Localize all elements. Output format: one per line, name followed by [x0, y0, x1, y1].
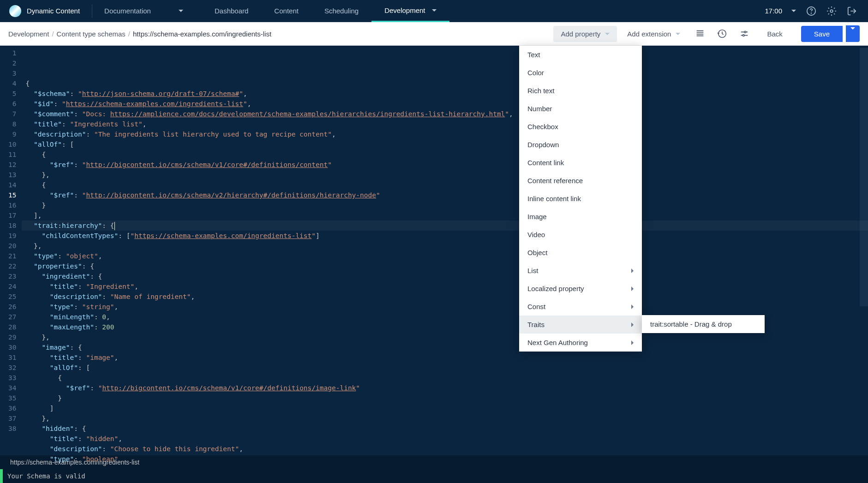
code-line[interactable]: "hidden": { — [22, 423, 868, 434]
code-line[interactable]: "type": "boolean" — [22, 454, 868, 464]
settings-icon[interactable] — [826, 6, 837, 16]
code-line[interactable]: ] — [22, 403, 868, 413]
add-property-menu: TextColorRich textNumberCheckboxDropdown… — [519, 46, 642, 352]
breadcrumbs: Development/Content type schemas/https:/… — [8, 30, 271, 38]
code-line[interactable]: "description": "Name of ingredient", — [22, 292, 868, 302]
app-name: Dynamic Content — [27, 7, 80, 15]
menu-item-content-link[interactable]: Content link — [519, 154, 642, 172]
code-line[interactable]: "trait:hierarchy": { — [22, 221, 868, 231]
breadcrumb-item[interactable]: Development — [8, 30, 49, 38]
save-button[interactable]: Save — [801, 26, 843, 42]
menu-item-image[interactable]: Image — [519, 208, 642, 226]
code-line[interactable]: "title": "Ingredients list", — [22, 119, 868, 129]
add-extension-button[interactable]: Add extension — [620, 26, 688, 42]
toolbar: Development/Content type schemas/https:/… — [0, 22, 868, 46]
code-line[interactable]: } — [22, 200, 868, 210]
settings-sliders-icon[interactable] — [735, 24, 754, 43]
chevron-down-icon — [850, 27, 855, 37]
menu-item-localized-property[interactable]: Localized property — [519, 280, 642, 298]
code-line[interactable]: { — [22, 78, 868, 89]
code-line[interactable]: }, — [22, 413, 868, 423]
menu-item-checkbox[interactable]: Checkbox — [519, 118, 642, 136]
code-line[interactable]: }, — [22, 170, 868, 180]
code-line[interactable]: { — [22, 149, 868, 160]
add-extension-label: Add extension — [627, 30, 671, 38]
line-gutter: 1234567891011121314151617181920212223242… — [0, 46, 22, 455]
back-label: Back — [767, 30, 782, 38]
submenu-item[interactable]: trait:sortable - Drag & drop — [642, 315, 765, 333]
nav-item-content[interactable]: Content — [261, 0, 311, 22]
code-line[interactable]: "title": "hidden", — [22, 434, 868, 444]
code-line[interactable]: "$id": "https://schema-examples.com/ingr… — [22, 99, 868, 109]
code-line[interactable]: "$comment": "Docs: https://amplience.com… — [22, 109, 868, 119]
code-line[interactable]: "$ref": "http://bigcontent.io/cms/schema… — [22, 190, 868, 200]
menu-item-rich-text[interactable]: Rich text — [519, 82, 642, 100]
back-button[interactable]: Back — [757, 26, 792, 42]
format-icon[interactable] — [690, 24, 710, 43]
code-line[interactable]: "image": { — [22, 342, 868, 352]
menu-item-traits[interactable]: Traits — [519, 316, 642, 334]
code-line[interactable]: "$ref": "http://bigcontent.io/cms/schema… — [22, 160, 868, 170]
code-line[interactable]: ], — [22, 210, 868, 221]
chevron-right-icon — [631, 268, 634, 273]
code-line[interactable]: { — [22, 373, 868, 383]
menu-item-text[interactable]: Text — [519, 46, 642, 64]
code-editor[interactable]: 1234567891011121314151617181920212223242… — [0, 46, 868, 455]
code-line[interactable]: "childContentTypes": ["https://schema-ex… — [22, 231, 868, 241]
nav-item-development[interactable]: Development — [371, 0, 449, 22]
code-line[interactable]: }, — [22, 241, 868, 251]
help-icon[interactable] — [806, 6, 816, 16]
code-line[interactable]: "ingredient": { — [22, 271, 868, 281]
text-cursor — [114, 222, 115, 230]
divider — [92, 4, 92, 18]
chevron-down-icon — [605, 33, 610, 35]
code-area[interactable]: { "$schema": "http://json-schema.org/dra… — [22, 46, 868, 455]
nav-item-scheduling[interactable]: Scheduling — [311, 0, 371, 22]
code-line[interactable]: "allOf": [ — [22, 139, 868, 149]
code-line[interactable]: "properties": { — [22, 261, 868, 271]
svg-point-2 — [830, 10, 833, 12]
code-line[interactable]: "allOf": [ — [22, 363, 868, 373]
chevron-down-icon — [432, 9, 437, 12]
svg-point-4 — [743, 35, 745, 36]
menu-item-color[interactable]: Color — [519, 64, 642, 82]
code-line[interactable]: { — [22, 180, 868, 190]
add-property-button[interactable]: Add property — [553, 26, 617, 42]
code-line[interactable]: }, — [22, 332, 868, 342]
code-line[interactable]: "title": "Ingredient", — [22, 281, 868, 292]
code-line[interactable]: "description": "Choose to hide this ingr… — [22, 444, 868, 454]
hub-dropdown[interactable]: Documentation — [95, 7, 192, 15]
menu-item-inline-content-link[interactable]: Inline content link — [519, 190, 642, 208]
history-icon[interactable] — [712, 24, 732, 43]
chevron-down-icon — [676, 33, 680, 35]
logout-icon[interactable] — [847, 6, 857, 16]
menu-item-object[interactable]: Object — [519, 244, 642, 262]
topbar-right: 17:00 — [765, 6, 868, 16]
code-line[interactable]: "$schema": "http://json-schema.org/draft… — [22, 89, 868, 99]
menu-item-content-reference[interactable]: Content reference — [519, 172, 642, 190]
nav: DashboardContentSchedulingDevelopment — [202, 0, 449, 22]
nav-item-dashboard[interactable]: Dashboard — [202, 0, 261, 22]
menu-item-next-gen-authoring[interactable]: Next Gen Authoring — [519, 334, 642, 352]
svg-point-1 — [811, 13, 812, 13]
hub-label: Documentation — [104, 7, 151, 15]
menu-item-number[interactable]: Number — [519, 100, 642, 118]
menu-item-list[interactable]: List — [519, 262, 642, 280]
code-line[interactable]: "title": "image", — [22, 352, 868, 363]
chevron-down-icon — [791, 10, 796, 12]
code-line[interactable]: } — [22, 393, 868, 403]
menu-item-const[interactable]: Const — [519, 298, 642, 316]
breadcrumb-item: https://schema-examples.com/ingredients-… — [133, 30, 271, 38]
code-line[interactable]: "$ref": "http://bigcontent.io/cms/schema… — [22, 383, 868, 393]
code-line[interactable]: "type": "object", — [22, 251, 868, 261]
menu-item-dropdown[interactable]: Dropdown — [519, 136, 642, 154]
add-property-label: Add property — [561, 30, 600, 38]
code-line[interactable]: "description": "The ingredients list hie… — [22, 129, 868, 139]
time-dropdown[interactable]: 17:00 — [765, 7, 796, 15]
code-line[interactable]: "type": "string", — [22, 302, 868, 312]
breadcrumb-item[interactable]: Content type schemas — [57, 30, 126, 38]
save-label: Save — [814, 30, 830, 38]
time-value: 17:00 — [765, 7, 782, 15]
menu-item-video[interactable]: Video — [519, 226, 642, 244]
save-dropdown-button[interactable] — [846, 25, 860, 42]
